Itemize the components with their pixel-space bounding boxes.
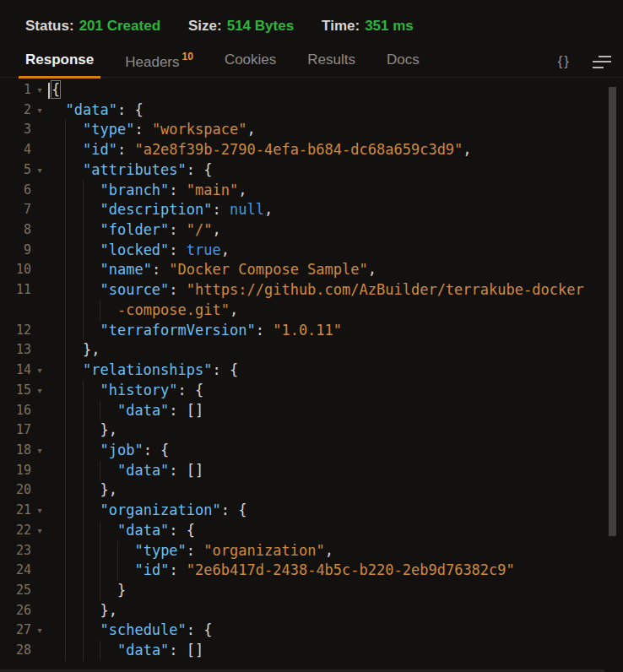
gutter: 1▾ (0, 80, 48, 100)
code-line: 12 "terraformVersion": "1.0.11" (0, 321, 623, 341)
fold-arrow-icon[interactable]: ▾ (31, 100, 48, 121)
code-line: 23 "type": "organization", (0, 541, 623, 561)
code-text: } (48, 581, 126, 601)
code-text: { (48, 80, 60, 100)
code-line: 5▾ "attributes": { (0, 160, 623, 181)
code-text: }, (48, 340, 100, 360)
tabbar-icons: {} (558, 53, 611, 70)
code-text: "folder": "/", (48, 220, 221, 241)
tab-headers[interactable]: Headers10 (125, 51, 193, 79)
code-text: "data": [] (48, 641, 203, 661)
fold-arrow-icon[interactable]: ▾ (31, 360, 48, 381)
line-number: 2 (0, 100, 31, 121)
code-text: "description": null, (48, 200, 273, 220)
tab-docs[interactable]: Docs (387, 51, 420, 79)
fold-arrow-icon (31, 120, 48, 140)
braces-icon[interactable]: {} (558, 53, 571, 70)
gutter: 20 (0, 480, 48, 501)
line-number: 16 (0, 401, 31, 421)
line-number: 15 (0, 381, 31, 401)
code-line: 4 "id": "a2e8f39b-2790-4efa-b684-dc68a65… (0, 140, 623, 160)
code-text: "organization": { (48, 501, 246, 521)
fold-arrow-icon (31, 220, 48, 241)
code-text: "data": [] (48, 461, 203, 481)
response-body-editor[interactable]: 1▾{2▾ "data": {3 "type": "workspace",4 "… (0, 78, 623, 661)
gutter: 22▾ (0, 521, 48, 541)
gutter: 12 (0, 321, 48, 341)
gutter: 19 (0, 461, 48, 481)
fold-arrow-icon[interactable]: ▾ (31, 80, 48, 100)
gutter: 6 (0, 181, 48, 201)
line-number: 19 (0, 461, 31, 481)
line-number: 22 (0, 521, 31, 541)
code-text: "history": { (48, 381, 203, 401)
gutter: 21▾ (0, 501, 48, 521)
code-line: 10 "name": "Docker Compose Sample", (0, 260, 623, 280)
code-line: 19 "data": [] (0, 461, 623, 481)
tab-cookies[interactable]: Cookies (225, 51, 276, 79)
tab-label: Response (25, 51, 94, 68)
fold-arrow-icon[interactable]: ▾ (31, 160, 48, 181)
tab-response[interactable]: Response (19, 51, 100, 79)
fold-arrow-icon (31, 561, 48, 581)
fold-arrow-icon[interactable]: ▾ (31, 501, 48, 521)
gutter: 14▾ (0, 360, 48, 381)
code-line: 28 "data": [] (0, 641, 623, 661)
code-text: }, (48, 420, 117, 441)
gutter: 3 (0, 120, 48, 140)
status-bar: Status:201 Created Size:514 Bytes Time:3… (0, 0, 623, 35)
tab-label: Headers (125, 54, 179, 70)
fold-arrow-icon (31, 601, 48, 621)
code-line: 6 "branch": "main", (0, 181, 623, 201)
gutter: 13 (0, 340, 48, 360)
fold-arrow-icon (31, 340, 48, 360)
code-text: "name": "Docker Compose Sample", (48, 260, 377, 280)
time-value: 351 ms (365, 18, 414, 34)
size-value: 514 Bytes (227, 18, 294, 34)
code-text: "data": [] (48, 401, 203, 421)
fold-arrow-icon[interactable]: ▾ (31, 381, 48, 401)
code-text: "source": "https://github.com/AzBuilder/… (48, 280, 584, 301)
fold-arrow-icon[interactable]: ▾ (31, 621, 48, 641)
gutter: 26 (0, 601, 48, 621)
fold-arrow-icon (31, 581, 48, 601)
code-text: "job": { (48, 441, 169, 461)
gutter: 24 (0, 561, 48, 581)
fold-arrow-icon (31, 541, 48, 561)
code-line: 9 "locked": true, (0, 241, 623, 261)
fold-arrow-icon (31, 480, 48, 501)
code-text: }, (48, 480, 117, 501)
fold-arrow-icon[interactable]: ▾ (31, 441, 48, 461)
fold-arrow-icon (31, 301, 48, 321)
gutter: 17 (0, 420, 48, 441)
line-number: 18 (0, 441, 31, 461)
gutter: 10 (0, 260, 48, 280)
response-time: Time:351 ms (322, 18, 414, 35)
code-line: 24 "id": "2e6b417d-2438-4b5c-b220-2eb9d7… (0, 561, 623, 581)
response-tab-bar: ResponseHeaders10CookiesResultsDocs {} (0, 51, 623, 78)
code-text: -compose.git", (48, 301, 238, 321)
vertical-scrollbar[interactable] (609, 87, 616, 536)
headers-count-badge: 10 (182, 51, 193, 62)
lines-icon[interactable] (593, 56, 611, 68)
fold-arrow-icon (31, 200, 48, 220)
tab-label: Docs (387, 51, 420, 68)
gutter (0, 301, 48, 321)
code-text: "attributes": { (48, 160, 213, 181)
code-text: "locked": true, (48, 241, 230, 261)
gutter: 4 (0, 140, 48, 160)
line-number: 8 (0, 220, 31, 241)
code-text: "relationships": { (48, 360, 238, 381)
code-text: "id": "2e6b417d-2438-4b5c-b220-2eb9d7638… (48, 561, 515, 581)
fold-arrow-icon (31, 241, 48, 261)
line-number: 27 (0, 621, 31, 641)
code-line: 20 }, (0, 480, 623, 501)
gutter: 5▾ (0, 160, 48, 181)
code-line: 25 } (0, 581, 623, 601)
code-line: 22▾ "data": { (0, 521, 623, 541)
code-line: 7 "description": null, (0, 200, 623, 220)
code-line: 21▾ "organization": { (0, 501, 623, 521)
fold-arrow-icon[interactable]: ▾ (31, 521, 48, 541)
tab-results[interactable]: Results (307, 51, 355, 79)
gutter: 23 (0, 541, 48, 561)
